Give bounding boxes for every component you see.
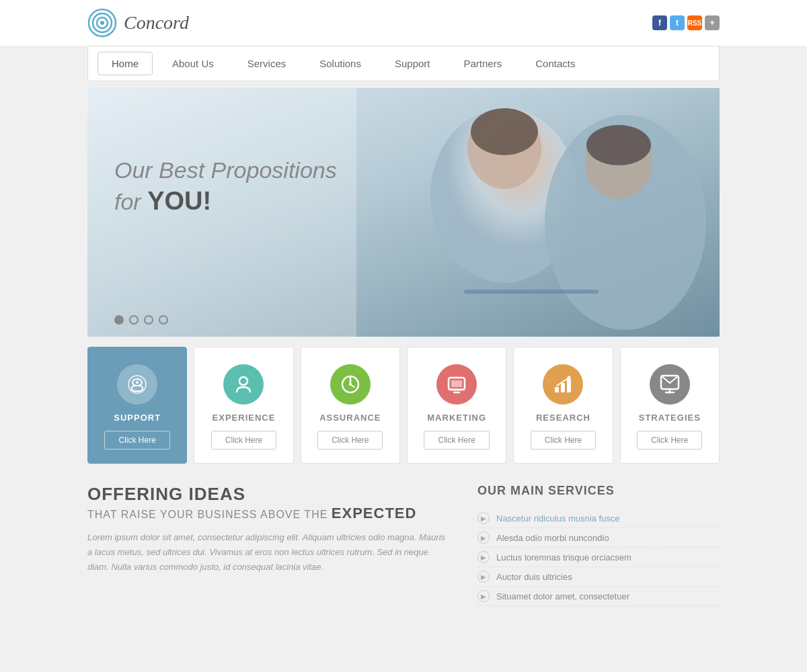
hero-banner: Our Best Propositions for YOU! bbox=[87, 88, 720, 337]
top-bar: Concord f t RSS + bbox=[0, 0, 807, 46]
hero-dot-2[interactable] bbox=[129, 315, 139, 325]
card-marketing: MARKETING Click Here bbox=[407, 347, 506, 464]
card-support: SUPPORT Click Here bbox=[87, 347, 187, 464]
twitter-icon[interactable]: t bbox=[670, 15, 685, 30]
nav-home[interactable]: Home bbox=[98, 52, 153, 75]
card-experience-btn[interactable]: Click Here bbox=[211, 431, 276, 450]
offering-subtitle: THAT RAISE YOUR BUSINESS ABOVE THE EXPEC… bbox=[87, 505, 451, 522]
svg-point-16 bbox=[136, 381, 139, 384]
card-strategies-label: STRATEGIES bbox=[639, 413, 701, 423]
card-experience-label: EXPERIENCE bbox=[213, 413, 276, 423]
list-arrow-1: ▶ bbox=[477, 512, 490, 524]
svg-rect-23 bbox=[449, 388, 465, 390]
card-research-btn[interactable]: Click Here bbox=[531, 431, 596, 450]
nav-services[interactable]: Services bbox=[231, 48, 303, 79]
hero-title: Our Best Propositions for YOU! bbox=[114, 155, 337, 218]
research-icon bbox=[543, 364, 583, 405]
service-text-5: Situamet dolor amet, consectetuer bbox=[496, 591, 629, 601]
card-marketing-label: MARKETING bbox=[427, 413, 486, 423]
list-arrow-5: ▶ bbox=[477, 590, 490, 602]
marketing-icon bbox=[436, 364, 477, 405]
hero-dot-1[interactable] bbox=[114, 315, 124, 325]
logo-icon bbox=[87, 8, 117, 38]
card-research-label: RESEARCH bbox=[536, 413, 590, 423]
offering-section: OFFERING IDEAS THAT RAISE YOUR BUSINESS … bbox=[87, 484, 451, 606]
card-assurance-label: ASSURANCE bbox=[319, 413, 381, 423]
svg-point-21 bbox=[349, 383, 352, 386]
hero-dot-3[interactable] bbox=[144, 315, 153, 325]
assurance-icon bbox=[330, 364, 371, 405]
nav-solutions[interactable]: Solutions bbox=[303, 48, 378, 79]
list-item: ▶ Luctus loremnas trisque orciacsem bbox=[477, 548, 720, 567]
offering-title: OFFERING IDEAS bbox=[87, 484, 451, 505]
svg-point-7 bbox=[471, 108, 538, 155]
nav-contacts[interactable]: Contacts bbox=[518, 48, 592, 79]
support-icon bbox=[117, 364, 157, 405]
card-support-label: SUPPORT bbox=[114, 413, 161, 423]
card-research: RESEARCH Click Here bbox=[513, 347, 613, 464]
logo: Concord bbox=[87, 8, 189, 38]
service-link-1[interactable]: Nascetur ridiculus musnia fusce bbox=[496, 513, 620, 523]
card-assurance: ASSURANCE Click Here bbox=[301, 347, 400, 464]
brand-name: Concord bbox=[124, 12, 189, 34]
list-item: ▶ Auctor duis ultricies bbox=[477, 567, 720, 587]
svg-point-17 bbox=[239, 377, 247, 385]
offering-body: Lorem ipsum dolor sit amet, consectetur … bbox=[87, 530, 451, 575]
svg-rect-26 bbox=[555, 387, 559, 392]
svg-rect-25 bbox=[451, 380, 462, 387]
card-marketing-btn[interactable]: Click Here bbox=[424, 431, 489, 450]
card-experience: EXPERIENCE Click Here bbox=[194, 347, 293, 464]
services-list: ▶ Nascetur ridiculus musnia fusce ▶ Ales… bbox=[477, 509, 720, 606]
card-support-btn[interactable]: Click Here bbox=[104, 431, 169, 450]
svg-rect-28 bbox=[567, 379, 571, 392]
svg-rect-15 bbox=[132, 386, 143, 391]
nav-partners[interactable]: Partners bbox=[447, 48, 519, 79]
experience-icon bbox=[223, 364, 264, 405]
list-arrow-2: ▶ bbox=[477, 532, 490, 544]
hero-dots bbox=[114, 315, 168, 325]
hero-text: Our Best Propositions for YOU! bbox=[114, 155, 337, 218]
card-assurance-btn[interactable]: Click Here bbox=[317, 431, 383, 450]
services-title: OUR MAIN SERVICES bbox=[477, 484, 720, 498]
svg-point-29 bbox=[568, 376, 571, 380]
card-strategies-btn[interactable]: Click Here bbox=[637, 431, 702, 450]
nav-about[interactable]: About Us bbox=[155, 48, 231, 79]
list-item: ▶ Situamet dolor amet, consectetuer bbox=[477, 587, 720, 606]
service-text-2: Alesda odio morbi nuncondio bbox=[496, 533, 609, 543]
list-item: ▶ Nascetur ridiculus musnia fusce bbox=[477, 509, 720, 528]
hero-dot-4[interactable] bbox=[159, 315, 168, 325]
list-arrow-4: ▶ bbox=[477, 571, 490, 583]
strategies-icon bbox=[650, 364, 690, 405]
social-icons: f t RSS + bbox=[652, 15, 720, 30]
facebook-icon[interactable]: f bbox=[652, 15, 667, 30]
bottom-content: OFFERING IDEAS THAT RAISE YOUR BUSINESS … bbox=[87, 484, 720, 606]
services-section: OUR MAIN SERVICES ▶ Nascetur ridiculus m… bbox=[477, 484, 720, 606]
svg-point-3 bbox=[100, 21, 104, 25]
list-item: ▶ Alesda odio morbi nuncondio bbox=[477, 528, 720, 548]
card-strategies: STRATEGIES Click Here bbox=[620, 347, 720, 464]
rss-icon[interactable]: RSS bbox=[687, 15, 702, 30]
service-text-3: Luctus loremnas trisque orciacsem bbox=[496, 552, 631, 562]
nav-support[interactable]: Support bbox=[378, 48, 447, 79]
main-nav: Home About Us Services Solutions Support… bbox=[87, 46, 720, 81]
list-arrow-3: ▶ bbox=[477, 551, 490, 563]
service-cards: SUPPORT Click Here EXPERIENCE Click Here… bbox=[87, 347, 720, 464]
svg-rect-11 bbox=[464, 290, 599, 294]
plus-icon[interactable]: + bbox=[705, 15, 720, 30]
svg-rect-27 bbox=[561, 383, 565, 392]
svg-point-10 bbox=[586, 125, 651, 165]
service-text-4: Auctor duis ultricies bbox=[496, 572, 572, 582]
